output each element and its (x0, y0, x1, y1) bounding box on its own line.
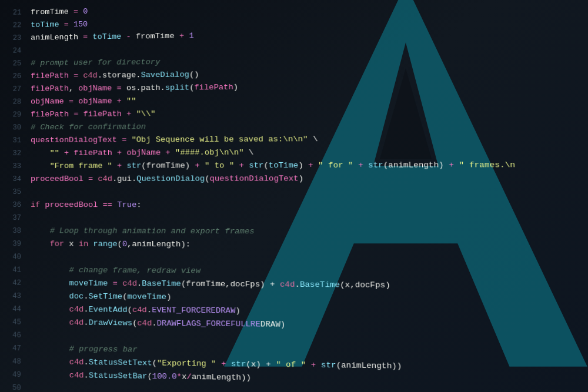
line-code: questionDialogText = "Obj Sequence will … (31, 132, 588, 147)
token: ) (233, 83, 238, 92)
line-number: 25 (5, 57, 21, 70)
token: = (83, 175, 98, 183)
token: ( (128, 306, 132, 314)
token: filePath (194, 83, 233, 92)
token: split (165, 83, 189, 92)
line-number: 26 (5, 70, 21, 83)
token: proceedBool (31, 175, 83, 183)
token: ( (263, 161, 269, 170)
code-line: 34proceedBool = c4d.gui.QuestionDialog(q… (0, 172, 588, 186)
token: == (98, 200, 117, 209)
token: fromTime (31, 8, 69, 17)
token: + (161, 148, 175, 157)
token: 100.0 (152, 372, 177, 381)
line-code: "From frame " + str(fromTime) + " to " +… (31, 158, 588, 173)
token: = (64, 97, 78, 106)
token: . (160, 83, 165, 92)
line-number: 42 (5, 277, 21, 290)
token: DrawViews (89, 318, 133, 327)
token: + (175, 32, 189, 41)
token: "Exporting " (157, 359, 216, 368)
line-number: 35 (5, 186, 21, 199)
token: range (88, 240, 117, 249)
code-line: 38 # Loop through animation and export f… (0, 225, 588, 239)
token: - (121, 32, 136, 41)
token: "From frame " (31, 162, 112, 170)
token: animLength (132, 240, 181, 249)
line-number: 50 (4, 381, 21, 392)
token: toTime (31, 20, 59, 29)
token: ) (298, 161, 303, 170)
line-number: 31 (5, 134, 21, 147)
code-line: 33 "From frame " + str(fromTime) + " to … (0, 158, 588, 173)
token: # Check for confirmation (31, 122, 146, 132)
token: c4d (280, 280, 295, 289)
token: + (306, 360, 321, 370)
line-code: for x in range(0,animLength): (31, 237, 588, 253)
token: + (216, 359, 231, 368)
token: BaseTime (142, 279, 181, 289)
token: c4d (69, 305, 84, 314)
token: 150 (74, 20, 88, 29)
token: str (321, 361, 336, 370)
token: , (127, 240, 132, 249)
token: c4d (122, 279, 137, 288)
token: + (234, 161, 249, 170)
token: = (69, 110, 83, 119)
line-number: 38 (5, 225, 21, 237)
token: # change frame, redraw view (69, 266, 201, 275)
token: " frames.\n (459, 160, 515, 170)
token: c4d (83, 71, 97, 80)
token: os (126, 83, 136, 92)
line-number: 45 (5, 316, 21, 329)
token: : (136, 200, 141, 209)
token: c4d (69, 318, 84, 327)
token: StatusSetText (89, 358, 152, 368)
line-number: 27 (5, 83, 21, 96)
token: "\\" (136, 109, 156, 118)
token: str (368, 160, 383, 169)
line-number: 49 (4, 368, 21, 381)
token: c4d (132, 306, 147, 315)
token: True (117, 200, 136, 209)
token: " (126, 96, 131, 105)
token: + (112, 162, 127, 170)
token: animLength (388, 160, 439, 170)
token: QuestionDialog (136, 175, 205, 183)
token: in (79, 240, 88, 249)
token: ) (235, 306, 240, 315)
token: ( (383, 160, 389, 169)
token: , (69, 84, 78, 93)
token: toTime (92, 32, 121, 41)
token: () (189, 70, 199, 79)
line-number: 29 (5, 109, 21, 122)
token: " to " (205, 161, 234, 170)
code-line: 32 "" + filePath + objName + "####.obj\n… (0, 145, 588, 160)
token: EventAdd (88, 305, 127, 314)
token: x (345, 280, 350, 290)
token: ( (205, 174, 209, 183)
token: ( (189, 83, 194, 92)
line-number: 33 (5, 160, 21, 173)
token: ) (299, 174, 304, 183)
token: c4d (69, 371, 84, 380)
token: . (98, 71, 102, 80)
token: + (112, 148, 127, 157)
token: + (122, 109, 136, 118)
code-line: 39 for x in range(0,animLength): (0, 237, 588, 253)
token: + (444, 160, 459, 170)
line-number: 30 (5, 121, 21, 134)
token: objName (78, 84, 112, 93)
token: ) (280, 320, 286, 329)
line-code (31, 220, 588, 221)
token: ( (122, 292, 127, 301)
token: " for " (318, 161, 353, 170)
token: )) (392, 361, 402, 371)
token: ( (147, 372, 152, 381)
token: = (69, 71, 83, 80)
line-number: 40 (5, 250, 21, 263)
token: docFps (355, 280, 386, 290)
token: str (231, 360, 246, 369)
token: DRAW (260, 320, 280, 329)
token: gui (117, 175, 132, 183)
